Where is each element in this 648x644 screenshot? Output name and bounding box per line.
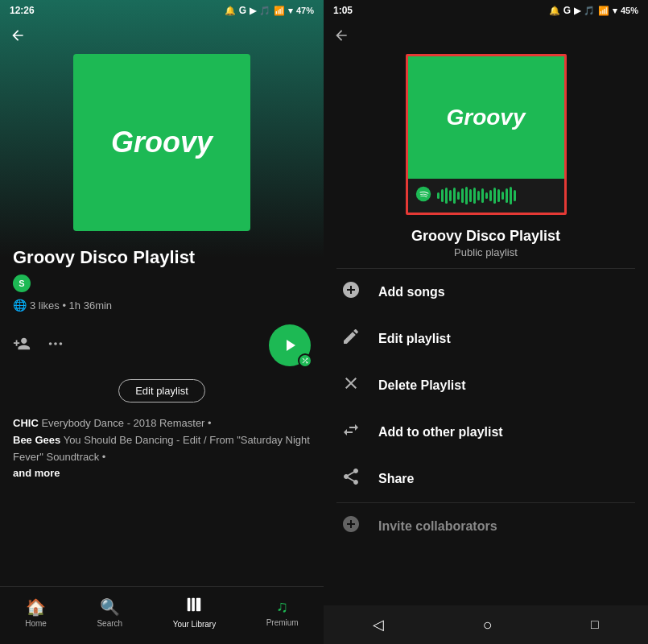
delete-playlist-label: Delete Playlist [378, 378, 466, 393]
media-icon-right: 🎵 [584, 6, 595, 16]
menu-item-edit-playlist[interactable]: Edit playlist [324, 316, 648, 362]
status-bar-right: 1:05 🔔 G ▶ 🎵 📶 ▾ 45% [324, 0, 648, 21]
bottom-nav-right: ◁ ○ □ [324, 605, 648, 644]
signal-icon-right: 📶 [598, 6, 609, 16]
status-icons-left: 🔔 G ▶ 🎵 📶 ▾ 47% [225, 5, 314, 16]
svg-rect-6 [192, 598, 196, 612]
menu-item-add-songs[interactable]: Add songs [324, 269, 648, 316]
recents-sys-btn[interactable]: □ [591, 617, 599, 632]
nav-premium[interactable]: ♫ Premium [266, 597, 299, 627]
back-button-left[interactable] [0, 21, 324, 54]
track-more: and more [13, 467, 60, 479]
menu-item-add-other-playlist[interactable]: Add to other playlist [324, 409, 648, 456]
action-row-container [0, 321, 324, 376]
right-playlist-sub: Public playlist [324, 246, 648, 268]
album-art-right-container: Groovy [324, 54, 648, 225]
notification-icon: 🔔 [225, 6, 236, 16]
action-left [13, 335, 64, 357]
share-icon [340, 467, 362, 491]
add-other-playlist-icon [340, 420, 362, 444]
status-bar-left: 12:26 🔔 G ▶ 🎵 📶 ▾ 47% [0, 0, 324, 21]
invite-collaborators-label: Invite collaborators [378, 519, 497, 534]
creator-row: S [0, 275, 324, 295]
youtube-icon: ▶ [250, 6, 256, 16]
menu-item-invite-collaborators[interactable]: Invite collaborators [324, 503, 648, 550]
album-art-right: Groovy [406, 54, 567, 215]
library-icon [185, 596, 203, 617]
album-art-left: Groovy [73, 54, 250, 231]
home-icon: 🏠 [26, 597, 46, 617]
status-icons-right: 🔔 G ▶ 🎵 📶 ▾ 45% [549, 5, 638, 16]
svg-point-0 [49, 342, 52, 345]
menu-item-share[interactable]: Share [324, 456, 648, 502]
svg-rect-5 [188, 598, 191, 612]
nav-search[interactable]: 🔍 Search [97, 597, 122, 628]
svg-point-2 [60, 342, 63, 345]
stats-row: 🌐 3 likes • 1h 36min [0, 295, 324, 321]
nav-home[interactable]: 🏠 Home [25, 597, 47, 628]
svg-point-1 [54, 342, 57, 345]
signal-icon: 📶 [274, 6, 285, 16]
edit-playlist-button[interactable]: Edit playlist [118, 379, 205, 402]
nav-premium-label: Premium [266, 618, 299, 627]
album-art-right-bottom [408, 179, 564, 213]
delete-playlist-icon [340, 374, 362, 398]
track-preview: CHIC Everybody Dance - 2018 Remaster • B… [0, 412, 324, 485]
g-icon-right: G [563, 5, 571, 16]
playlist-title-left: Groovy Disco Playlist [0, 247, 324, 275]
time-right: 1:05 [333, 5, 353, 16]
menu-item-delete-playlist[interactable]: Delete Playlist [324, 362, 648, 409]
soundwave [437, 186, 516, 205]
play-button[interactable] [269, 324, 311, 366]
wifi-icon: ▾ [288, 6, 293, 16]
more-options-button[interactable] [47, 335, 64, 357]
globe-icon: 🌐 [13, 299, 27, 312]
spotify-logo-small [415, 185, 432, 207]
g-icon: G [239, 5, 246, 16]
groovy-text-right: Groovy [446, 105, 525, 130]
right-playlist-title: Groovy Disco Playlist [324, 225, 648, 246]
svg-rect-7 [196, 598, 201, 612]
edit-playlist-icon [340, 327, 362, 351]
back-button-right[interactable] [324, 21, 648, 54]
shuffle-badge [298, 353, 312, 368]
action-row [0, 321, 324, 376]
track-2-bold: Bee Gees [13, 434, 60, 446]
home-sys-btn[interactable]: ○ [483, 616, 493, 634]
menu-items: Add songs Edit playlist Delete Playlist [324, 269, 648, 644]
nav-search-label: Search [97, 619, 122, 628]
stats-text: 3 likes • 1h 36min [30, 299, 112, 312]
nav-library[interactable]: Your Library [173, 596, 217, 629]
notif-icon-right: 🔔 [549, 6, 560, 16]
battery-left: 47% [296, 6, 314, 15]
nav-home-label: Home [25, 619, 47, 628]
invite-collaborators-icon [340, 514, 362, 539]
left-panel: 12:26 🔔 G ▶ 🎵 📶 ▾ 47% Groovy Groovy Disc… [0, 0, 324, 644]
edit-playlist-label: Edit playlist [378, 332, 451, 346]
battery-right: 45% [621, 6, 638, 15]
add-songs-label: Add songs [378, 285, 445, 299]
spotify-icon-nav: ♫ [276, 597, 288, 616]
add-person-button[interactable] [13, 335, 31, 357]
bottom-nav-left: 🏠 Home 🔍 Search Your Library ♫ Premium [0, 586, 324, 644]
add-songs-icon [340, 280, 362, 304]
yt-icon-right: ▶ [574, 6, 580, 16]
back-sys-btn[interactable]: ◁ [373, 616, 384, 634]
groovy-text-left: Groovy [111, 126, 213, 159]
track-1-rest: Everybody Dance - 2018 Remaster • [41, 417, 211, 429]
time-left: 12:26 [10, 5, 35, 16]
album-art-right-top: Groovy [408, 56, 564, 179]
nav-library-label: Your Library [173, 620, 217, 629]
right-panel: 1:05 🔔 G ▶ 🎵 📶 ▾ 45% Groovy [324, 0, 648, 644]
add-other-playlist-label: Add to other playlist [378, 425, 503, 440]
track-1-bold: CHIC [13, 417, 39, 429]
media-icon: 🎵 [259, 6, 270, 16]
creator-avatar: S [13, 275, 31, 292]
wifi-icon-right: ▾ [613, 6, 617, 16]
search-icon: 🔍 [100, 597, 120, 617]
share-label: Share [378, 472, 414, 486]
